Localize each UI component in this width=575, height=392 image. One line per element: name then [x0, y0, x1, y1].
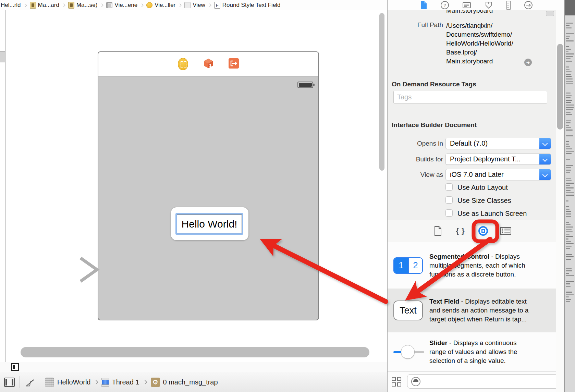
- debug-bar: HelloWorld Thread 1 ⚙ 0 mach_msg_trap: [0, 372, 387, 392]
- object-library-tab[interactable]: [477, 225, 489, 237]
- jumpbar-item-view[interactable]: View: [184, 2, 205, 9]
- text-field-value: Hello World!: [182, 218, 237, 230]
- jumpbar-item-view-controller[interactable]: Vie...ller: [146, 2, 175, 9]
- debug-breadcrumb-target[interactable]: HelloWorld: [57, 378, 90, 386]
- use-size-classes-checkbox[interactable]: [445, 196, 453, 204]
- jumpbar-label: Ma...se): [76, 2, 97, 9]
- library-item-description: Segmented Control - Displays multiple se…: [429, 252, 532, 279]
- media-library-tab[interactable]: [500, 225, 512, 237]
- chevron-right-icon: [23, 3, 27, 7]
- storyboard-doc-icon: [30, 2, 36, 9]
- canvas-left-border: [5, 10, 5, 362]
- chevron-right-icon: [94, 380, 99, 384]
- gear-icon: ⚙: [151, 378, 160, 387]
- view-controller-icon[interactable]: [178, 58, 188, 70]
- builds-for-label: Builds for: [388, 156, 443, 163]
- first-responder-icon[interactable]: 1: [203, 58, 213, 70]
- filter-icon: [411, 377, 420, 386]
- navigator-splitter-handle[interactable]: [0, 51, 5, 62]
- view-as-dropdown[interactable]: iOS 7.0 and Later: [445, 169, 551, 180]
- slider-icon: [393, 344, 424, 359]
- jumpbar-label: Vie...ene: [114, 2, 137, 9]
- dropdown-chevron-icon: [539, 154, 551, 165]
- debug-area-toggle-icon[interactable]: [4, 378, 15, 387]
- connections-inspector-icon[interactable]: [524, 1, 533, 10]
- editor-inspector-divider[interactable]: [387, 0, 388, 392]
- jumpbar-item-round-style-text-field[interactable]: FRound Style Text Field: [214, 2, 281, 9]
- full-path-value: /Users/tianqixin/ Documents/swiftdemo/ H…: [446, 21, 513, 66]
- library-item-description: Text Field - Displays editable text and …: [429, 297, 532, 324]
- dropdown-chevron-icon: [539, 138, 551, 149]
- section-divider: [388, 114, 556, 114]
- chevron-right-icon: [62, 3, 65, 7]
- quick-help-icon[interactable]: ?: [440, 1, 449, 10]
- hello-world-text-field[interactable]: Hello World!: [177, 215, 242, 233]
- library-item-slider[interactable]: Slider - Displays a continuous range of …: [388, 332, 556, 371]
- exit-icon[interactable]: [229, 58, 239, 70]
- file-name-value: Main.storyboard: [446, 10, 493, 14]
- jumpbar-label: Vie...ller: [155, 2, 175, 9]
- debug-breadcrumb-thread[interactable]: Thread 1: [112, 378, 139, 386]
- reveal-path-arrow-icon[interactable]: ➜: [524, 59, 532, 66]
- library-tab-bar: { }: [388, 220, 556, 242]
- opens-in-label: Opens in: [388, 140, 443, 147]
- jumpbar-item-main-storyboard[interactable]: Ma...ard: [30, 2, 59, 9]
- library-item-segmented-control[interactable]: 12 Segmented Control - Displays multiple…: [388, 242, 556, 289]
- document-outline-toggle-icon[interactable]: [11, 363, 19, 371]
- opens-in-dropdown[interactable]: Default (7.0): [445, 138, 551, 149]
- interface-builder-document-header: Interface Builder Document: [392, 121, 477, 129]
- svg-text:1: 1: [209, 63, 211, 68]
- name-field-edge: [546, 11, 554, 16]
- library-item-description: Slider - Displays a continuous range of …: [429, 339, 532, 365]
- jumpbar-item-main-storyboard-base[interactable]: Ma...se): [68, 2, 97, 9]
- section-divider: [388, 73, 556, 73]
- jumpbar-label: Round Style Text Field: [222, 2, 281, 9]
- attributes-inspector-icon[interactable]: [484, 1, 493, 10]
- file-inspector-icon[interactable]: [419, 1, 428, 10]
- storyboard-doc-icon: [68, 2, 74, 9]
- canvas-bottom-strip: [0, 362, 387, 372]
- library-search-input[interactable]: [424, 375, 554, 388]
- tags-input[interactable]: [393, 91, 547, 103]
- grid-view-toggle-icon[interactable]: [392, 377, 402, 387]
- text-field-icon: Text: [393, 301, 423, 320]
- object-library-icon: [478, 226, 488, 236]
- webpage-text-lines: [566, 19, 575, 304]
- battery-icon: [297, 82, 313, 88]
- library-search-field[interactable]: [407, 374, 556, 389]
- identity-inspector-icon[interactable]: [462, 1, 472, 10]
- use-as-launch-screen-checkbox[interactable]: [445, 209, 453, 217]
- xcode-window: Hel...rld Ma...ard Ma...se) Vie...ene Vi…: [0, 0, 575, 392]
- scene-icon: [106, 2, 112, 8]
- location-arrow-icon[interactable]: [25, 376, 35, 388]
- storyboard-canvas[interactable]: 1 Hello World!: [0, 10, 387, 372]
- use-auto-layout-checkbox[interactable]: [445, 183, 453, 191]
- jumpbar-item-helloworld[interactable]: Hel...rld: [1, 2, 21, 9]
- dragged-text-field-container[interactable]: Hello World!: [171, 207, 248, 240]
- scene-dock: 1: [98, 52, 318, 76]
- view-controller-scene[interactable]: 1 Hello World!: [98, 51, 319, 320]
- thread-spool-icon: [102, 378, 109, 387]
- code-snippet-library-tab[interactable]: { }: [455, 225, 466, 237]
- vertical-scrollbar[interactable]: [379, 13, 384, 171]
- chevron-right-icon: [100, 3, 103, 7]
- builds-for-dropdown[interactable]: Project Deployment T...: [445, 154, 551, 165]
- jumpbar-item-view-controller-scene[interactable]: Vie...ene: [106, 2, 137, 9]
- use-size-classes-label: Use Size Classes: [457, 197, 511, 205]
- debug-breadcrumb-frame[interactable]: 0 mach_msg_trap: [163, 378, 218, 386]
- separator: [40, 376, 40, 388]
- webpage-dark-header: [565, 0, 575, 15]
- file-inspector-panel: Main.storyboard Full Path /Users/tianqix…: [388, 10, 556, 392]
- inspector-scrollbar[interactable]: [557, 44, 563, 130]
- full-path-label: Full Path: [388, 21, 443, 29]
- svg-text:?: ?: [443, 3, 446, 8]
- jump-bar: Hel...rld Ma...ard Ma...se) Vie...ene Vi…: [0, 0, 387, 10]
- size-inspector-icon[interactable]: [506, 1, 511, 10]
- use-auto-layout-label: Use Auto Layout: [457, 184, 508, 192]
- chevron-right-icon: [140, 3, 144, 7]
- inspector-toolbar: ?: [388, 0, 564, 10]
- separator: [20, 376, 20, 388]
- horizontal-scrollbar[interactable]: [21, 347, 369, 357]
- file-template-library-tab[interactable]: [432, 225, 444, 237]
- library-item-text-field[interactable]: Text Text Field - Displays editable text…: [388, 289, 556, 332]
